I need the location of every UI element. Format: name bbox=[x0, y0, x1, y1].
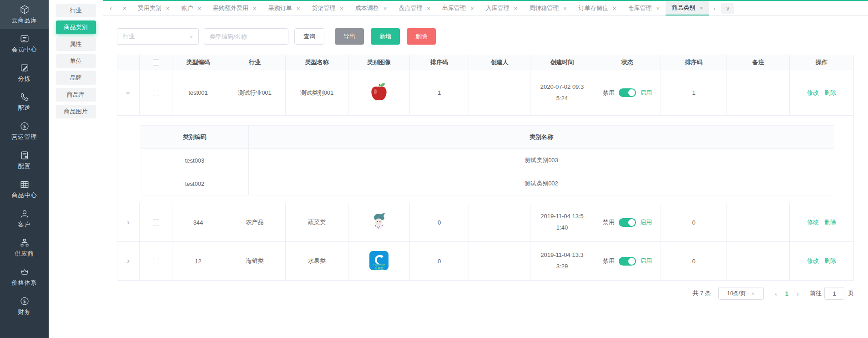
export-button[interactable]: 导出 bbox=[335, 28, 364, 45]
actions-cell: 修改删除 bbox=[790, 70, 853, 115]
close-icon[interactable]: × bbox=[514, 5, 518, 12]
close-icon[interactable]: × bbox=[297, 5, 300, 12]
header-cell: 创建人 bbox=[469, 55, 530, 70]
status-toggle[interactable] bbox=[619, 88, 636, 97]
app-nav-item-4[interactable]: $营运管理 bbox=[0, 117, 49, 146]
tab-3[interactable]: 采购订单× bbox=[262, 1, 306, 15]
close-icon[interactable]: × bbox=[700, 5, 703, 11]
keyword-input[interactable] bbox=[204, 28, 288, 45]
status-toggle[interactable] bbox=[619, 257, 636, 266]
app-nav-label: 商品中心 bbox=[12, 191, 37, 200]
app-nav-label: 客户 bbox=[18, 220, 31, 229]
expanded-row-panel: 类别编码类别名称test003测试类别003test002测试类别002 bbox=[117, 115, 853, 203]
tab-5[interactable]: 成本调整× bbox=[349, 1, 393, 15]
remove-link[interactable]: 删除 bbox=[824, 257, 836, 265]
app-nav-item-10[interactable]: $财务 bbox=[0, 292, 49, 321]
status-on-label: 启用 bbox=[640, 89, 652, 97]
tab-6[interactable]: 盘点管理× bbox=[393, 1, 436, 15]
remove-link[interactable]: 删除 bbox=[824, 218, 836, 226]
tab-7[interactable]: 出库管理× bbox=[436, 1, 480, 15]
tab-0[interactable]: 费用类别× bbox=[132, 1, 176, 15]
tab-label: 仓库管理 bbox=[628, 4, 651, 12]
tab-4[interactable]: 货架管理× bbox=[306, 1, 349, 15]
type-code-cell: test001 bbox=[172, 70, 224, 115]
next-page-button[interactable]: › bbox=[792, 290, 803, 297]
remove-link[interactable]: 删除 bbox=[824, 89, 836, 97]
select-all-checkbox[interactable] bbox=[153, 59, 159, 66]
close-icon[interactable]: × bbox=[253, 5, 257, 12]
industry-select[interactable]: 行业 ∨ bbox=[117, 28, 199, 45]
row-checkbox[interactable] bbox=[153, 258, 159, 264]
add-button[interactable]: 新增 bbox=[371, 28, 400, 45]
sub-nav-item-3[interactable]: 单位 bbox=[56, 54, 96, 68]
tabs-scroll-left-button[interactable]: ‹ bbox=[104, 1, 117, 15]
close-icon[interactable]: × bbox=[197, 5, 201, 12]
row-checkbox[interactable] bbox=[153, 90, 159, 96]
app-nav-item-0[interactable]: 云商品库 bbox=[0, 0, 49, 29]
sub-nav-item-1[interactable]: 商品类别 bbox=[56, 20, 96, 34]
app-nav-item-5[interactable]: 配置 bbox=[0, 146, 49, 175]
tabs-close-all-button[interactable]: × bbox=[117, 1, 132, 15]
app-nav-item-7[interactable]: 客户 bbox=[0, 204, 49, 233]
sort-code2-cell: 1 bbox=[661, 70, 727, 115]
tab-12[interactable]: 商品类别× bbox=[666, 1, 709, 15]
goto-page-input[interactable] bbox=[824, 287, 844, 300]
sub-header-cell: 类别名称 bbox=[249, 126, 834, 149]
app-nav-item-9[interactable]: 价格体系 bbox=[0, 262, 49, 292]
app-nav-item-6[interactable]: 商品中心 bbox=[0, 175, 49, 204]
row-checkbox[interactable] bbox=[153, 219, 159, 225]
expand-row-icon[interactable]: › bbox=[127, 257, 129, 265]
cube-icon bbox=[20, 4, 30, 15]
tab-11[interactable]: 仓库管理× bbox=[622, 1, 666, 15]
tabs-scroll-right-button[interactable]: › bbox=[709, 1, 720, 15]
edit-link[interactable]: 修改 bbox=[807, 218, 819, 226]
tab-9[interactable]: 周转箱管理× bbox=[523, 1, 573, 15]
category-table: 类型编码行业类型名称类别图像排序码创建人创建时间状态排序码备注操作›test00… bbox=[117, 55, 854, 281]
status-cell: 禁用启用 bbox=[594, 242, 661, 280]
sub-nav-item-5[interactable]: 商品库 bbox=[56, 88, 96, 102]
tab-1[interactable]: 账户× bbox=[175, 1, 207, 15]
tab-10[interactable]: 订单存储位× bbox=[573, 1, 622, 15]
close-icon[interactable]: × bbox=[613, 5, 616, 12]
app-nav-item-1[interactable]: 会员中心 bbox=[0, 29, 49, 58]
industry-select-placeholder: 行业 bbox=[123, 32, 135, 41]
content-area: 行业 ∨ 查询 导出 新增 删除 类型编码行业类型名称类别图像排序码创建人创建时… bbox=[103, 16, 868, 338]
app-nav-label: 财务 bbox=[18, 308, 31, 316]
edit-link[interactable]: 修改 bbox=[807, 257, 819, 265]
prev-page-button[interactable]: ‹ bbox=[770, 290, 782, 297]
header-cell: 状态 bbox=[594, 55, 661, 70]
secondary-sidebar: 行业商品类别属性单位品牌商品库商品图片 bbox=[49, 0, 103, 338]
tab-2[interactable]: 采购额外费用× bbox=[207, 1, 262, 15]
page-size-select[interactable]: 10条/页 ∨ bbox=[718, 287, 764, 300]
tab-8[interactable]: 入库管理× bbox=[480, 1, 524, 15]
main-area: ‹×费用类别×账户×采购额外费用×采购订单×货架管理×成本调整×盘点管理×出库管… bbox=[103, 0, 868, 338]
app-nav-item-3[interactable]: 配送 bbox=[0, 87, 49, 117]
close-icon[interactable]: × bbox=[427, 5, 430, 12]
sub-nav-item-2[interactable]: 属性 bbox=[56, 37, 96, 51]
close-icon[interactable]: × bbox=[656, 5, 660, 12]
tabs-dropdown-button[interactable]: ∨ bbox=[721, 3, 735, 14]
sub-nav-item-0[interactable]: 行业 bbox=[56, 4, 96, 17]
close-icon[interactable]: × bbox=[166, 5, 170, 12]
sub-code-cell: test003 bbox=[141, 149, 249, 172]
sub-nav-item-6[interactable]: 商品图片 bbox=[56, 105, 96, 118]
sub-table-row-1: test002测试类别002 bbox=[141, 172, 834, 195]
delete-button[interactable]: 删除 bbox=[407, 28, 436, 45]
app-nav-item-2[interactable]: 分拣 bbox=[0, 58, 49, 87]
header-cell: 排序码 bbox=[661, 55, 727, 70]
close-icon[interactable]: × bbox=[340, 5, 343, 12]
expand-row-icon[interactable]: › bbox=[127, 219, 129, 226]
sort-code2-cell: 0 bbox=[661, 242, 727, 280]
search-button[interactable]: 查询 bbox=[294, 28, 324, 45]
close-icon[interactable]: × bbox=[384, 5, 387, 12]
close-icon[interactable]: × bbox=[470, 5, 474, 12]
close-icon[interactable]: × bbox=[563, 5, 567, 12]
app-window: 云商品库会员中心分拣配送$营运管理配置商品中心客户供应商价格体系$财务 行业商品… bbox=[0, 0, 868, 338]
sub-nav-item-4[interactable]: 品牌 bbox=[56, 71, 96, 85]
app-nav-item-8[interactable]: 供应商 bbox=[0, 233, 49, 262]
collapse-row-icon[interactable]: › bbox=[125, 92, 132, 94]
status-toggle[interactable] bbox=[619, 218, 636, 227]
edit-link[interactable]: 修改 bbox=[807, 89, 819, 97]
current-page-button[interactable]: 1 bbox=[782, 290, 792, 297]
status-on-label: 启用 bbox=[640, 218, 652, 226]
